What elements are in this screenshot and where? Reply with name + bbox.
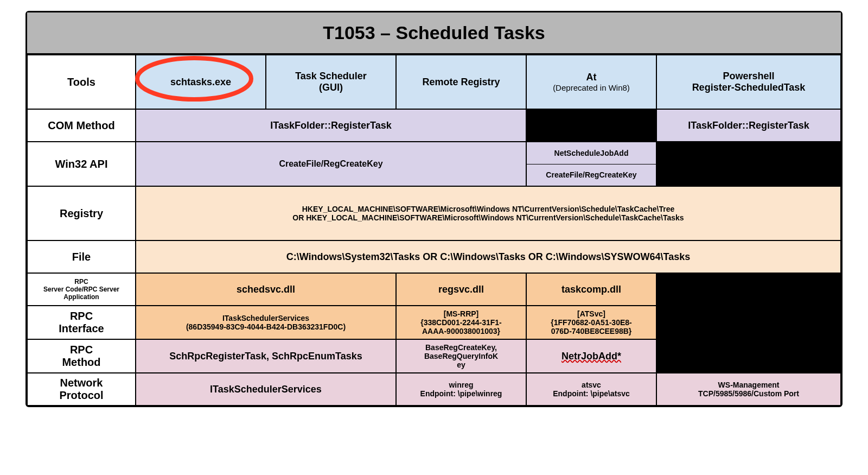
row-label-rpc-m: RPC Method bbox=[27, 339, 136, 373]
net-d: WS-Management TCP/5985/5986/Custom Port bbox=[656, 373, 841, 406]
net-a: ITaskSchedulerServices bbox=[136, 373, 396, 406]
rpc-server-task: taskcomp.dll bbox=[526, 273, 656, 306]
registry-line1: HKEY_LOCAL_MACHINE\SOFTWARE\Microsoft\Wi… bbox=[302, 205, 675, 213]
row-label-com: COM Method bbox=[27, 109, 136, 142]
net-c: atsvc Endpoint: \pipe\atsvc bbox=[526, 373, 656, 406]
net-b2: Endpoint: \pipe\winreg bbox=[420, 389, 502, 398]
rpc-m-l2: Method bbox=[62, 356, 100, 369]
tool-remote-registry: Remote Registry bbox=[396, 55, 526, 109]
tool-at-line1: At bbox=[586, 72, 597, 83]
rpc-if-b2: {338CD001-2244-31F1- bbox=[420, 318, 501, 327]
rpc-if-a: ITaskSchedulerServices (86D35949-83C9-40… bbox=[136, 306, 396, 339]
rpc-server-blank bbox=[656, 273, 841, 306]
row-label-api: Win32 API bbox=[27, 142, 136, 186]
svg-point-0 bbox=[137, 58, 251, 99]
api-at-top: NetScheduleJobAdd bbox=[527, 142, 656, 164]
row-label-net: Network Protocol bbox=[27, 373, 136, 406]
rpc-m-l1: RPC bbox=[70, 344, 93, 356]
rpc-if-b: [MS-RRP] {338CD001-2244-31F1- AAAA-90003… bbox=[396, 306, 526, 339]
tool-powershell: Powershell Register-ScheduledTask bbox=[656, 55, 841, 109]
rpc-server-l2: Server Code/RPC Server bbox=[43, 286, 119, 293]
tool-schtasks: schtasks.exe bbox=[136, 55, 266, 109]
rpc-m-a: SchRpcRegisterTask, SchRpcEnumTasks bbox=[136, 339, 396, 373]
com-at-blank bbox=[526, 109, 656, 142]
net-b1: winreg bbox=[449, 381, 473, 389]
rpc-server-sched: schedsvc.dll bbox=[136, 273, 396, 306]
rpc-m-blank bbox=[656, 339, 841, 373]
row-label-tools: Tools bbox=[27, 55, 136, 109]
row-label-rpc-if: RPC Interface bbox=[27, 306, 136, 339]
net-c1: atsvc bbox=[582, 381, 601, 389]
registry-paths: HKEY_LOCAL_MACHINE\SOFTWARE\Microsoft\Wi… bbox=[136, 186, 841, 240]
rpc-m-c: NetrJobAdd* bbox=[526, 339, 656, 373]
diagram-grid: Tools schtasks.exe Task Scheduler (GUI) … bbox=[27, 55, 841, 406]
row-label-registry: Registry bbox=[27, 186, 136, 240]
net-c2: Endpoint: \pipe\atsvc bbox=[553, 389, 630, 398]
diagram-title: T1053 – Scheduled Tasks bbox=[27, 12, 841, 55]
rpc-m-c-text: NetrJobAdd* bbox=[561, 351, 621, 362]
rpc-if-c3: 076D-740BE8CEE98B} bbox=[551, 327, 632, 335]
rpc-server-reg: regsvc.dll bbox=[396, 273, 526, 306]
row-label-file: File bbox=[27, 240, 136, 273]
api-at: NetScheduleJobAdd CreateFile/RegCreateKe… bbox=[526, 142, 656, 186]
tool-gui-line1: Task Scheduler bbox=[295, 71, 367, 82]
rpc-server-l3: Application bbox=[63, 293, 99, 301]
rpc-m-b1: BaseRegCreateKey, bbox=[425, 343, 497, 352]
tool-at-line2: (Deprecated in Win8) bbox=[553, 83, 630, 92]
com-register: ITaskFolder::RegisterTask bbox=[136, 109, 526, 142]
api-ps-blank bbox=[656, 142, 841, 186]
tool-at: At (Deprecated in Win8) bbox=[526, 55, 656, 109]
rpc-if-l2: Interface bbox=[59, 322, 104, 335]
com-ps: ITaskFolder::RegisterTask bbox=[656, 109, 841, 142]
net-d1: WS-Management bbox=[718, 381, 780, 389]
tool-ps-line1: Powershell bbox=[723, 71, 774, 82]
net-l1: Network bbox=[60, 377, 103, 389]
rpc-if-b3: AAAA-900038001003} bbox=[422, 327, 500, 335]
api-main: CreateFile/RegCreateKey bbox=[136, 142, 526, 186]
rpc-if-a2: (86D35949-83C9-4044-B424-DB363231FD0C) bbox=[186, 322, 346, 331]
highlight-ellipse bbox=[132, 54, 257, 103]
file-paths: C:\Windows\System32\Tasks OR C:\Windows\… bbox=[136, 240, 841, 273]
rpc-if-blank bbox=[656, 306, 841, 339]
rpc-m-b3: ey bbox=[457, 360, 465, 369]
net-l2: Protocol bbox=[59, 389, 103, 402]
tool-gui: Task Scheduler (GUI) bbox=[266, 55, 396, 109]
rpc-m-b: BaseRegCreateKey, BaseRegQueryInfoK ey bbox=[396, 339, 526, 373]
registry-line2: OR HKEY_LOCAL_MACHINE\SOFTWARE\Microsoft… bbox=[292, 213, 684, 222]
tool-gui-line2: (GUI) bbox=[319, 82, 343, 93]
net-b: winreg Endpoint: \pipe\winreg bbox=[396, 373, 526, 406]
net-d2: TCP/5985/5986/Custom Port bbox=[698, 389, 799, 398]
rpc-if-b1: [MS-RRP] bbox=[444, 309, 479, 318]
rpc-if-c2: {1FF70682-0A51-30E8- bbox=[551, 318, 631, 327]
row-label-rpc-server: RPC Server Code/RPC Server Application bbox=[27, 273, 136, 306]
rpc-if-l1: RPC bbox=[70, 310, 93, 322]
rpc-server-l1: RPC bbox=[74, 278, 88, 286]
rpc-if-c1: [ATSvc] bbox=[577, 309, 605, 318]
tool-ps-line2: Register-ScheduledTask bbox=[692, 82, 806, 93]
rpc-m-b2: BaseRegQueryInfoK bbox=[424, 352, 498, 360]
rpc-if-c: [ATSvc] {1FF70682-0A51-30E8- 076D-740BE8… bbox=[526, 306, 656, 339]
api-at-bot: CreateFile/RegCreateKey bbox=[527, 164, 656, 186]
diagram-container: T1053 – Scheduled Tasks Tools schtasks.e… bbox=[25, 11, 843, 407]
rpc-if-a1: ITaskSchedulerServices bbox=[222, 314, 309, 322]
